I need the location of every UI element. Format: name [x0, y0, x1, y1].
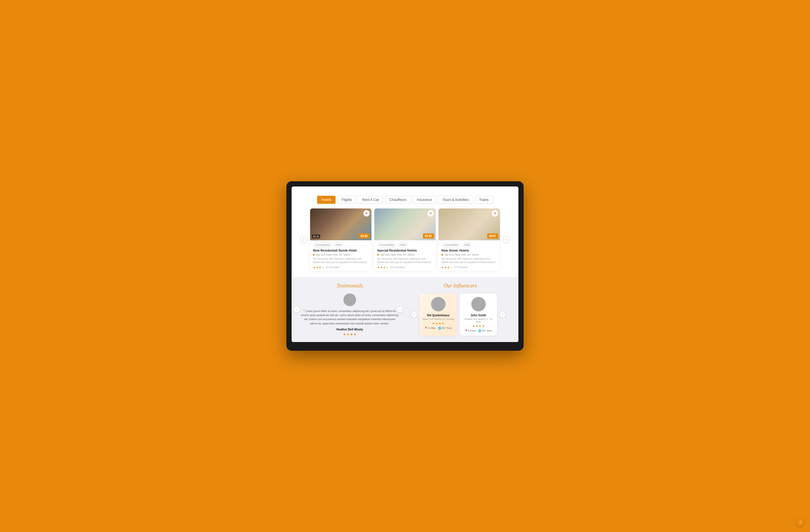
location-icon-3: [441, 254, 443, 255]
t-star-3: ★: [350, 333, 353, 336]
inf-star-1-1: ★: [432, 322, 435, 325]
hotel-name-1: New Residential Somik Hotel: [313, 249, 369, 252]
testimonial-content: “ Lorem ipsum dolor sit amet, consectetu…: [300, 294, 399, 336]
influencer-stars-2: ★ ★ ★ ★: [462, 325, 495, 328]
hotel-rating-2: ★ ★ ★ ★ 161 Reviews: [377, 266, 433, 269]
image-counter-1: 51 S: [312, 234, 320, 238]
t-star-2: ★: [346, 333, 350, 336]
prev-arrow[interactable]: ‹: [300, 236, 307, 243]
hotel-info-1: Accomdation Hotel New Residential Somik …: [310, 240, 371, 271]
tag-hotel-3: Hotel: [462, 243, 472, 247]
cities-count-1: 6 Cities: [428, 327, 436, 329]
favorite-button-3[interactable]: ♥: [492, 210, 498, 217]
page-content: Hotels Flights Rent A Car Chauffeurs Ins…: [292, 186, 518, 342]
star-3-2: ★: [444, 266, 447, 269]
hotel-tags-1: Accomdation Hotel: [313, 243, 369, 247]
stars-2: ★ ★ ★ ★: [377, 266, 389, 269]
hotel-location-1: Mp-214, New York, NY 10012: [313, 253, 369, 256]
tab-tours-activities[interactable]: Tours & Activities: [438, 196, 473, 204]
influencers-prev-arrow[interactable]: ‹: [411, 311, 417, 318]
hotel-name-3: New Somic Hotels: [441, 249, 497, 252]
influencer-stars-1: ★ ★ ★ ★: [422, 322, 454, 325]
tab-trains[interactable]: Trains: [475, 196, 493, 204]
testimonials-panel: Testimonials ‹ “ Lorem ipsum dolor sit a…: [292, 277, 405, 342]
scroll-top-button[interactable]: ⇧: [796, 518, 804, 526]
star-1-4: ★: [322, 266, 324, 269]
star-1-3: ★: [319, 266, 321, 269]
hotel-cards-section: ‹ ♥ 51 S $145 Accomdation: [292, 209, 518, 271]
testimonial-avatar: [343, 294, 356, 306]
hotel-card-3: ♥ $547 Accomdation Hotel New Somic Hotel…: [439, 209, 500, 271]
hotel-desc-2: We denounce with righteous indignation a…: [377, 257, 433, 264]
hotel-location-3: Mp-214, New York, NY 10012: [441, 253, 497, 256]
inf-star-1-4: ★: [442, 322, 444, 325]
testimonial-author: Heather Bell Wisely: [300, 328, 399, 331]
tours-stat-2: 🌐 50+ Tours: [478, 329, 492, 332]
hotel-tags-2: Accomdation Hotel: [377, 243, 433, 247]
location-icon-1: [313, 254, 315, 255]
influencer-avatar-2: [471, 297, 486, 311]
cities-icon-2: 📍: [465, 329, 468, 332]
location-icon-2: [377, 254, 379, 255]
tab-chauffeurs[interactable]: Chauffeurs: [385, 196, 410, 204]
laptop-frame: Hotels Flights Rent A Car Chauffeurs Ins…: [287, 181, 523, 351]
inf-star-2-3: ★: [479, 325, 481, 328]
tours-icon-2: 🌐: [478, 329, 481, 332]
bottom-section: Testimonials ‹ “ Lorem ipsum dolor sit a…: [292, 277, 518, 342]
inf-star-1-3: ★: [439, 322, 441, 325]
influencer-role-2: Canada Tour Advisor (7 Yrs Exp): [462, 318, 495, 323]
star-2-3: ★: [383, 266, 386, 269]
inf-star-2-2: ★: [475, 325, 478, 328]
influencers-next-arrow[interactable]: ›: [499, 311, 506, 318]
influencer-card-2: John Smith Canada Tour Advisor (7 Yrs Ex…: [460, 294, 497, 336]
hotel-info-3: Accomdation Hotel New Somic Hotels Mp-21…: [439, 240, 500, 271]
laptop-screen: Hotels Flights Rent A Car Chauffeurs Ins…: [292, 186, 518, 342]
hotel-info-2: Accomdation Hotel Special Residential Ho…: [374, 240, 436, 271]
hotel-card-2: ♥ $742 Accomdation Hotel Special Residen…: [374, 209, 436, 271]
hotel-rating-1: ★ ★ ★ ★ 42 Reviews: [313, 266, 369, 269]
favorite-button-1[interactable]: ♥: [363, 210, 370, 217]
cities-stat-2: 📍 8 Cities: [465, 329, 476, 332]
influencer-avatar-1: [431, 297, 446, 311]
hotel-image-wrap-3: ♥ $547: [439, 209, 500, 240]
hotel-desc-1: We denounce with righteous indignation a…: [313, 257, 369, 264]
reviews-3: 87 Reviews: [454, 266, 468, 269]
hotel-tags-3: Accomdation Hotel: [441, 243, 497, 247]
tab-insurance[interactable]: Insurance: [412, 196, 437, 204]
star-3-3: ★: [447, 266, 450, 269]
t-star-1: ★: [343, 333, 346, 336]
tag-accomdation-3: Accomdation: [441, 243, 460, 247]
testimonials-title: Testimonials: [300, 283, 399, 289]
influencers-panel: Our Influencers ‹ Sid Quebedeaux Japan T…: [405, 277, 518, 342]
tag-hotel-2: Hotel: [398, 243, 408, 247]
tab-rent-a-car[interactable]: Rent A Car: [358, 196, 383, 204]
tag-hotel-1: Hotel: [334, 243, 344, 247]
price-badge-3: $547: [487, 233, 498, 238]
star-2-1: ★: [377, 266, 380, 269]
star-2-4: ★: [386, 266, 389, 269]
tours-count-1: 80+ Tours: [442, 327, 452, 329]
hotel-location-2: Mp-214, New York, NY 10012: [377, 253, 433, 256]
tab-flights[interactable]: Flights: [337, 196, 356, 204]
tours-count-2: 50+ Tours: [482, 329, 492, 332]
inf-star-2-1: ★: [472, 325, 475, 328]
influencer-name-2: John Smith: [462, 314, 495, 317]
influencer-stats-2: 📍 8 Cities 🌐 50+ Tours: [462, 329, 495, 332]
cities-stat-1: 📍 6 Cities: [424, 327, 436, 330]
hotel-desc-3: We denounce with righteous indignation a…: [441, 257, 497, 264]
reviews-2: 161 Reviews: [390, 266, 405, 269]
next-arrow[interactable]: ›: [503, 236, 510, 243]
testimonials-prev-arrow[interactable]: ‹: [293, 306, 300, 313]
favorite-button-2[interactable]: ♥: [427, 210, 434, 217]
tab-hotels[interactable]: Hotels: [317, 196, 336, 204]
stars-3: ★ ★ ★ ★: [441, 266, 453, 269]
t-star-4: ★: [354, 333, 356, 336]
testimonials-next-arrow[interactable]: ›: [397, 306, 403, 313]
star-3-4: ★: [450, 266, 453, 269]
quote-icon: “: [304, 309, 305, 313]
hotel-card-1: ♥ 51 S $145 Accomdation Hotel New Reside…: [310, 209, 371, 271]
tours-icon-1: 🌐: [438, 327, 441, 330]
influencer-name-1: Sid Quebedeaux: [422, 314, 454, 317]
tours-stat-1: 🌐 80+ Tours: [438, 327, 452, 330]
price-badge-1: $145: [359, 233, 370, 238]
